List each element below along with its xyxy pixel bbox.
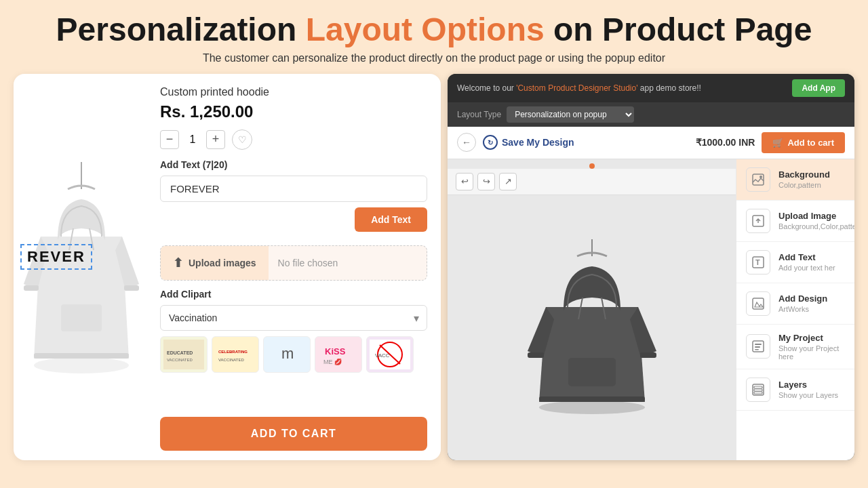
title-black2: on Product Page xyxy=(545,12,812,47)
editor-main-toolbar: ← ↻ Save My Design ₹1000.00 INR 🛒 Add to… xyxy=(448,127,854,159)
clipart-section: Add Clipart Vaccination ▾ EDUCATED VACCI… xyxy=(160,289,427,373)
layout-type-select[interactable]: Personalization on popup xyxy=(507,106,634,123)
save-icon: ↻ xyxy=(483,135,498,150)
page-header: Personalization Layout Options on Produc… xyxy=(0,0,868,74)
sidebar-item-upload-image[interactable]: Upload Image Background,Color,pattern xyxy=(736,201,854,242)
clipart-item[interactable]: m xyxy=(263,336,311,373)
upload-images-button[interactable]: ⬆ Upload images xyxy=(161,246,269,280)
add-to-cart-button[interactable]: ADD TO CART xyxy=(160,417,427,451)
editor-body: ↩ ↪ ↗ xyxy=(448,159,854,460)
quantity-plus-button[interactable]: + xyxy=(206,130,225,149)
svg-rect-4 xyxy=(34,353,129,359)
background-sub: Color,pattern xyxy=(778,181,830,189)
layout-toolbar: Layout Type Personalization on popup xyxy=(448,102,854,127)
page-title: Personalization Layout Options on Produc… xyxy=(27,12,841,48)
svg-text:CELEBRATING: CELEBRATING xyxy=(218,350,248,354)
clipart-svg-2: CELEBRATING VACCINATED xyxy=(215,340,256,369)
quantity-minus-button[interactable]: − xyxy=(160,130,179,149)
layers-icon xyxy=(746,378,770,402)
progress-row xyxy=(448,159,736,169)
add-text-button[interactable]: Add Text xyxy=(355,207,427,232)
upload-icon: ⬆ xyxy=(173,256,183,270)
canvas-tools: ↩ ↪ ↗ xyxy=(448,169,736,195)
sidebar-item-layers[interactable]: Layers Show your Layers xyxy=(736,369,854,411)
editor-add-to-cart-button[interactable]: 🛒 Add to cart xyxy=(762,132,845,153)
upload-image-sub: Background,Color,pattern xyxy=(778,222,854,230)
svg-text:VACC: VACC xyxy=(375,352,390,359)
clipart-select[interactable]: Vaccination xyxy=(160,305,427,331)
svg-rect-5 xyxy=(24,285,39,291)
clipart-item[interactable]: CELEBRATING VACCINATED xyxy=(212,336,259,373)
overlay-text: REVER xyxy=(27,248,85,265)
editor-panel: Welcome to our 'Custom Product Designer … xyxy=(448,74,854,460)
no-file-text: No file chosen xyxy=(269,258,348,268)
upload-btn-label: Upload images xyxy=(189,258,256,268)
svg-text:KiSS: KiSS xyxy=(325,346,346,357)
share-button[interactable]: ↗ xyxy=(499,173,517,190)
save-design-button[interactable]: ↻ Save My Design xyxy=(483,135,574,150)
canvas-area: ↩ ↪ ↗ xyxy=(448,159,736,460)
svg-text:T: T xyxy=(755,258,760,266)
undo-button[interactable]: ↩ xyxy=(456,173,473,190)
wishlist-button[interactable]: ♡ xyxy=(232,129,252,150)
sidebar-item-add-design[interactable]: Add Design ArtWorks xyxy=(736,283,854,325)
my-project-title: My Project xyxy=(778,333,845,343)
price-display: ₹1000.00 INR xyxy=(696,137,755,148)
quantity-value: 1 xyxy=(186,134,199,146)
upload-image-icon xyxy=(746,209,770,233)
svg-rect-27 xyxy=(539,396,645,402)
add-design-title: Add Design xyxy=(778,293,827,304)
clipart-item[interactable]: EDUCATED VACCINATED xyxy=(160,336,208,373)
svg-point-0 xyxy=(34,357,129,373)
svg-rect-43 xyxy=(754,389,762,391)
svg-rect-40 xyxy=(755,349,759,350)
text-input-field[interactable] xyxy=(160,176,427,202)
back-button[interactable]: ← xyxy=(457,133,476,152)
my-project-icon xyxy=(746,334,770,359)
add-text-label: Add Text (7|20) xyxy=(160,159,427,170)
right-sidebar: Background Color,pattern Upload Image Ba… xyxy=(736,159,854,460)
svg-text:VACCINATED: VACCINATED xyxy=(218,358,244,362)
clipart-item[interactable]: KiSS ME 💋 xyxy=(315,336,362,373)
layers-sub: Show your Layers xyxy=(778,391,838,399)
add-text-sidebar-title: Add Text xyxy=(778,252,835,262)
hoodie-text-overlay: REVER xyxy=(20,244,92,270)
save-design-label: Save My Design xyxy=(502,137,574,148)
canvas-product-area xyxy=(511,195,673,460)
svg-point-32 xyxy=(760,176,762,178)
title-orange: Layout Options xyxy=(306,12,545,47)
add-design-sub: ArtWorks xyxy=(778,305,827,313)
clipart-svg-3: m xyxy=(267,340,307,369)
clipart-svg-4: KiSS ME 💋 xyxy=(318,340,359,369)
clipart-svg-5: VACC xyxy=(370,340,410,369)
editor-cart-label: Add to cart xyxy=(787,138,834,148)
clipart-select-wrap: Vaccination ▾ xyxy=(160,305,427,331)
sidebar-item-add-text[interactable]: T Add Text Add your text her xyxy=(736,242,854,283)
my-project-sub: Show your Project here xyxy=(778,344,845,361)
redo-button[interactable]: ↪ xyxy=(477,173,495,190)
product-image-area: REVER xyxy=(14,74,149,460)
upload-row: ⬆ Upload images No file chosen xyxy=(160,245,427,281)
upload-image-title: Upload Image xyxy=(778,211,854,221)
text-input-area xyxy=(160,176,427,202)
svg-rect-39 xyxy=(755,346,760,348)
editor-hoodie-image xyxy=(524,239,660,415)
svg-text:VACCINATED: VACCINATED xyxy=(167,358,193,362)
svg-rect-1 xyxy=(61,304,102,331)
add-app-button[interactable]: Add App xyxy=(792,79,845,97)
layers-title: Layers xyxy=(778,380,838,390)
layout-type-row: Layout Type Personalization on popup xyxy=(457,106,634,123)
title-black1: Personalization xyxy=(56,12,306,47)
clipart-svg-1: EDUCATED VACCINATED xyxy=(163,340,204,369)
toolbar-left: ← ↻ Save My Design xyxy=(457,133,574,152)
svg-text:EDUCATED: EDUCATED xyxy=(167,350,193,355)
svg-rect-6 xyxy=(124,285,139,291)
welcome-text1: Welcome to our xyxy=(457,83,516,93)
svg-point-23 xyxy=(539,401,645,414)
sidebar-item-my-project[interactable]: My Project Show your Project here xyxy=(736,325,854,369)
editor-topbar: Welcome to our 'Custom Product Designer … xyxy=(448,74,854,102)
welcome-link: 'Custom Product Designer Studio' xyxy=(516,83,637,93)
clipart-item[interactable]: VACC xyxy=(366,336,414,373)
sidebar-item-background[interactable]: Background Color,pattern xyxy=(736,159,854,201)
background-title: Background xyxy=(778,169,830,180)
